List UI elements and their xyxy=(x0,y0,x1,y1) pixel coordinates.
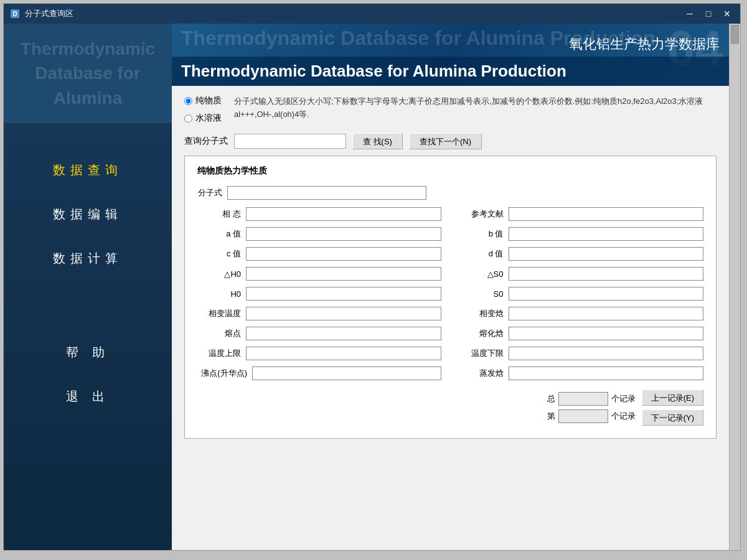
query-form: 纯物质 水溶液 分子式输入无须区分大小写;下标数字与字母等大;离子价态用加减号表… xyxy=(172,86,729,550)
instruction-text: 分子式输入无须区分大小写;下标数字与字母等大;离子价态用加减号表示,加减号的个数… xyxy=(234,95,716,121)
radio-pure[interactable] xyxy=(184,97,192,105)
phase-change-enthalpy-input[interactable] xyxy=(509,307,704,320)
prev-record-button[interactable]: 上一记录(E) xyxy=(642,390,703,406)
current-input xyxy=(558,409,608,423)
maximize-button[interactable]: □ xyxy=(700,7,716,20)
ds0-input[interactable] xyxy=(509,267,704,281)
content-area: Thermodynamic Database for Alumina Produ… xyxy=(172,24,729,550)
header-en-title: Thermodynamic Database for Alumina Produ… xyxy=(172,57,729,86)
sidebar-logo: ThermodynamicDatabase forAlumina xyxy=(4,24,172,123)
field-phase-change-enthalpy: 相变焓 xyxy=(460,307,704,320)
current-record-line: 第 个记录 xyxy=(547,409,636,423)
melting-point-input[interactable] xyxy=(246,327,441,340)
radio-aqueous[interactable] xyxy=(184,114,192,123)
ds0-label: △S0 xyxy=(460,269,504,279)
radio-group: 纯物质 水溶液 xyxy=(184,95,222,124)
s0-label: S0 xyxy=(460,289,504,299)
group-box-title: 纯物质热力学性质 xyxy=(197,166,703,177)
ref-label: 参考文献 xyxy=(460,208,504,220)
search-button[interactable]: 查 找(S) xyxy=(352,133,403,149)
sidebar-item-data-calc[interactable]: 数据计算 xyxy=(4,236,172,281)
total-label: 总 xyxy=(547,393,555,404)
field-ds0: △S0 xyxy=(460,267,704,281)
field-s0: S0 xyxy=(460,287,704,301)
phase-input[interactable] xyxy=(246,207,441,221)
field-c: c 值 xyxy=(197,247,441,261)
sidebar-item-exit[interactable]: 退 出 xyxy=(4,375,172,419)
a-input[interactable] xyxy=(246,227,441,241)
h0-label: H0 xyxy=(197,289,241,299)
phase-change-temp-input[interactable] xyxy=(246,307,441,320)
phase-change-temp-label: 相变温度 xyxy=(197,308,241,319)
c-input[interactable] xyxy=(246,247,441,261)
window-controls: ─ □ ✕ xyxy=(682,7,735,20)
field-b: b 值 xyxy=(460,227,704,241)
form-fields-grid: 相 态 参考文献 a 值 b 值 xyxy=(197,207,703,380)
field-d: d 值 xyxy=(460,247,704,261)
sidebar-item-data-query[interactable]: 数据查询 xyxy=(4,148,172,192)
b-input[interactable] xyxy=(509,227,704,241)
scrollbar-thumb[interactable] xyxy=(731,25,739,44)
field-evap-enthalpy: 蒸发焓 xyxy=(460,366,704,380)
formula-row: 分子式 xyxy=(197,186,703,200)
dh0-label: △H0 xyxy=(197,269,241,279)
header-banner: Thermodynamic Database for Alumina Produ… xyxy=(172,24,729,86)
field-h0: H0 xyxy=(197,287,441,301)
radio-instruction-row: 纯物质 水溶液 分子式输入无须区分大小写;下标数字与字母等大;离子价态用加减号表… xyxy=(184,95,716,124)
current-suffix: 个记录 xyxy=(611,411,636,422)
melting-point-label: 熔点 xyxy=(197,328,241,339)
radio-pure-label[interactable]: 纯物质 xyxy=(184,95,222,106)
dh0-input[interactable] xyxy=(246,267,441,281)
evap-enthalpy-input[interactable] xyxy=(509,366,704,380)
search-row: 查询分子式 查 找(S) 查找下一个(N) xyxy=(184,133,716,149)
s0-input[interactable] xyxy=(509,287,704,301)
formula-input[interactable] xyxy=(227,186,426,200)
svg-text:D: D xyxy=(12,11,17,17)
field-ref: 参考文献 xyxy=(460,207,704,221)
search-input[interactable] xyxy=(234,134,346,149)
temp-upper-label: 温度上限 xyxy=(197,348,241,359)
d-label: d 值 xyxy=(460,248,504,259)
phase-label: 相 态 xyxy=(197,208,241,220)
d-input[interactable] xyxy=(509,247,704,261)
scrollbar[interactable] xyxy=(729,24,740,550)
field-a: a 值 xyxy=(197,227,441,241)
sidebar-nav: 数据查询 数据编辑 数据计算 帮 助 退 出 xyxy=(4,123,172,444)
group-box: 纯物质热力学性质 分子式 相 态 xyxy=(184,156,716,439)
field-temp-upper: 温度上限 xyxy=(197,347,441,360)
temp-lower-input[interactable] xyxy=(509,347,704,360)
total-record-line: 总 个记录 xyxy=(547,392,636,406)
field-phase: 相 态 xyxy=(197,207,441,221)
radio-aqueous-label[interactable]: 水溶液 xyxy=(184,113,222,124)
search-next-button[interactable]: 查找下一个(N) xyxy=(409,133,482,149)
temp-lower-label: 温度下限 xyxy=(460,348,504,359)
field-boiling-point: 沸点(升华点) xyxy=(197,366,441,380)
total-suffix: 个记录 xyxy=(611,393,636,404)
sidebar: ThermodynamicDatabase forAlumina 数据查询 数据… xyxy=(4,24,172,550)
field-melting-point: 熔点 xyxy=(197,327,441,340)
field-phase-change-temp: 相变温度 xyxy=(197,307,441,320)
search-label: 查询分子式 xyxy=(184,136,228,147)
minimize-button[interactable]: ─ xyxy=(682,7,698,20)
sidebar-item-help[interactable]: 帮 助 xyxy=(4,330,172,375)
temp-upper-input[interactable] xyxy=(246,347,441,360)
fusion-enthalpy-input[interactable] xyxy=(509,327,704,340)
close-button[interactable]: ✕ xyxy=(719,7,735,20)
next-record-button[interactable]: 下一记录(Y) xyxy=(642,409,703,426)
field-dh0: △H0 xyxy=(197,267,441,281)
b-label: b 值 xyxy=(460,228,504,240)
boiling-point-label: 沸点(升华点) xyxy=(197,368,247,379)
ref-input[interactable] xyxy=(509,207,704,221)
sidebar-bg-text: ThermodynamicDatabase forAlumina xyxy=(21,37,155,110)
field-fusion-enthalpy: 熔化焓 xyxy=(460,327,704,340)
boiling-point-input[interactable] xyxy=(252,366,441,380)
title-bar: D 分子式查询区 ─ □ ✕ xyxy=(4,4,740,24)
h0-input[interactable] xyxy=(246,287,441,301)
a-label: a 值 xyxy=(197,228,241,240)
window-title: 分子式查询区 xyxy=(25,8,682,19)
total-input xyxy=(558,392,608,406)
evap-enthalpy-label: 蒸发焓 xyxy=(460,368,504,379)
record-info: 总 个记录 第 个记录 xyxy=(547,392,636,423)
sidebar-item-data-edit[interactable]: 数据编辑 xyxy=(4,192,172,236)
fusion-enthalpy-label: 熔化焓 xyxy=(460,328,504,339)
